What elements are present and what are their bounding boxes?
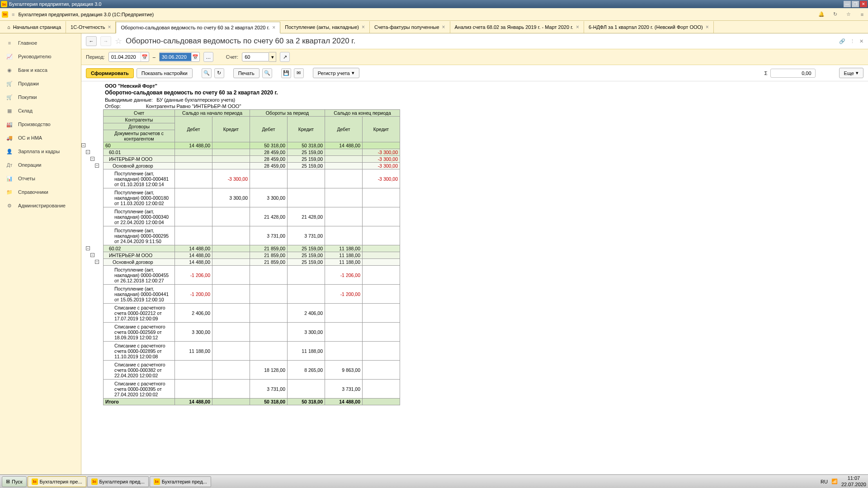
back-button[interactable]: ←	[86, 36, 97, 46]
table-row[interactable]: Поступление (акт, накладная) 0000-000340…	[104, 207, 400, 226]
table-row[interactable]: Поступление (акт, накладная) 0000-000441…	[104, 285, 400, 304]
taskbar-app[interactable]: 1cБухгалтерия пред...	[150, 476, 211, 487]
sidebar-icon: 📁	[6, 189, 13, 195]
tree-toggle[interactable]: −	[86, 246, 90, 250]
table-row[interactable]: Списание с расчетного счета 0000-002569 …	[104, 323, 400, 342]
taskbar-app[interactable]: 1cБухгалтерия пред...	[87, 476, 149, 487]
tree-toggle[interactable]: −	[86, 150, 90, 154]
table-row[interactable]: Поступление (акт, накладная) 0000-000180…	[104, 188, 400, 207]
tree-toggle[interactable]: −	[81, 143, 85, 147]
minimize-button[interactable]: —	[844, 1, 851, 7]
calendar-icon[interactable]: 📅	[191, 52, 199, 61]
sidebar-item-0[interactable]: ≡Главное	[0, 36, 81, 50]
tab-5[interactable]: Анализ счета 68.02 за Январь 2019 г. - М…	[450, 21, 584, 33]
table-row[interactable]: Списание с расчетного счета 0000-000395 …	[104, 380, 400, 399]
open-account-button[interactable]: ↗	[280, 52, 290, 62]
table-row[interactable]: Списание с расчетного счета 0000-002212 …	[104, 304, 400, 323]
table-row[interactable]: 60.0214 488,0021 859,0025 159,0011 188,0…	[104, 245, 400, 252]
account-input[interactable]: ▾	[242, 52, 276, 62]
tab-4[interactable]: Счета-фактуры полученные×	[370, 21, 450, 33]
email-icon[interactable]: ✉	[294, 68, 304, 78]
start-button[interactable]: ⊞ Пуск	[2, 476, 27, 487]
sidebar-item-2[interactable]: ◉Банк и касса	[0, 63, 81, 77]
app-logo-icon: 1c	[91, 479, 98, 485]
more-button[interactable]: Еще ▾	[839, 68, 863, 78]
maximize-button[interactable]: ❐	[852, 1, 859, 7]
tab-close-icon[interactable]: ×	[706, 24, 709, 30]
table-row[interactable]: Поступление (акт, накладная) 0000-000481…	[104, 169, 400, 188]
save-icon[interactable]: 💾	[281, 68, 291, 78]
table-row[interactable]: 6014 488,0050 318,0050 318,0014 488,00	[104, 142, 400, 149]
dropdown-icon[interactable]: ▾	[269, 52, 276, 62]
period-picker-button[interactable]: …	[203, 52, 213, 62]
report-area[interactable]: ООО "Невский Форт" Оборотно-сальдовая ве…	[81, 81, 868, 474]
close-window-button[interactable]: ✕	[860, 1, 867, 7]
search-icon[interactable]: 🔍	[202, 68, 212, 78]
table-row[interactable]: ИНТЕРЬЕР-М ООО28 459,0025 159,00-3 300,0…	[104, 156, 400, 163]
tree-toggle[interactable]: −	[95, 260, 99, 264]
table-row[interactable]: Списание с расчетного счета 0000-002895 …	[104, 342, 400, 361]
tab-2[interactable]: Оборотно-сальдовая ведомость по счету 60…	[116, 22, 280, 33]
sidebar-item-12[interactable]: ⚙Администрирование	[0, 199, 81, 212]
tab-0[interactable]: ⌂Начальная страница	[3, 21, 66, 33]
tree-toggle[interactable]: −	[90, 253, 94, 257]
history-icon[interactable]: ↻	[831, 10, 839, 19]
table-row[interactable]: Списание с расчетного счета 0000-000382 …	[104, 361, 400, 380]
menu-toggle-icon[interactable]: ≡	[12, 12, 14, 17]
tab-close-icon[interactable]: ×	[272, 24, 275, 31]
settings-icon[interactable]: ≡	[858, 10, 866, 19]
sidebar-icon: 👤	[6, 148, 13, 155]
date-to-input[interactable]: 📅	[159, 52, 200, 62]
print-preview-icon[interactable]: 🔍	[262, 68, 272, 78]
window-titlebar: 1c Бухгалтерия предприятия, редакция 3.0…	[0, 0, 868, 8]
bell-icon[interactable]: 🔔	[817, 10, 826, 19]
taskbar-app[interactable]: 1cБухгалтерия пре...	[28, 476, 86, 487]
sidebar-item-8[interactable]: 👤Зарплата и кадры	[0, 145, 81, 158]
sidebar-icon: ≡	[6, 40, 13, 46]
sidebar-item-4[interactable]: 🛒Покупки	[0, 90, 81, 104]
table-row[interactable]: Поступление (акт, накладная) 0000-000295…	[104, 226, 400, 245]
tray-icon[interactable]: 📶	[831, 479, 838, 484]
table-row[interactable]: Итого14 488,0050 318,0050 318,0014 488,0…	[104, 399, 400, 405]
date-from-input[interactable]: 📅	[108, 52, 149, 62]
tab-close-icon[interactable]: ×	[442, 24, 445, 30]
sidebar-item-1[interactable]: 📈Руководителю	[0, 50, 81, 63]
kebab-icon[interactable]: ⋮	[850, 38, 855, 44]
tree-toggle[interactable]: −	[90, 157, 94, 161]
star-icon[interactable]: ☆	[115, 36, 122, 46]
table-row[interactable]: Основной договор28 459,0025 159,00-3 300…	[104, 163, 400, 169]
favorite-icon[interactable]: ☆	[844, 10, 853, 19]
sidebar-item-10[interactable]: 📊Отчеты	[0, 172, 81, 185]
sidebar-item-5[interactable]: ▦Склад	[0, 104, 81, 117]
tree-toggle[interactable]: −	[95, 164, 99, 168]
tab-close-icon[interactable]: ×	[108, 24, 111, 30]
sidebar-item-9[interactable]: ДтОперации	[0, 158, 81, 172]
calendar-icon[interactable]: 📅	[141, 52, 149, 61]
table-row[interactable]: ИНТЕРЬЕР-М ООО14 488,0021 859,0025 159,0…	[104, 252, 400, 259]
register-button[interactable]: Регистр учета ▾	[313, 68, 359, 78]
taskbar: ⊞ Пуск 1cБухгалтерия пре...1cБухгалтерия…	[0, 474, 868, 488]
sidebar-item-6[interactable]: 🏭Производство	[0, 117, 81, 131]
language-indicator[interactable]: RU	[821, 479, 828, 484]
refresh-icon[interactable]: ↻	[214, 68, 224, 78]
sidebar-item-11[interactable]: 📁Справочники	[0, 185, 81, 199]
sidebar-icon: Дт	[6, 162, 13, 168]
table-row[interactable]: 60.0128 459,0025 159,00-3 300,00	[104, 149, 400, 156]
show-settings-button[interactable]: Показать настройки	[137, 68, 193, 78]
tab-6[interactable]: 6-НДФЛ за 1 квартал 2020 г. (Невский Фор…	[584, 21, 714, 33]
form-button[interactable]: Сформировать	[86, 68, 134, 78]
sidebar-item-3[interactable]: 🛒Продажи	[0, 77, 81, 90]
close-page-icon[interactable]: ✕	[859, 38, 863, 44]
tab-close-icon[interactable]: ×	[362, 24, 365, 30]
sidebar-item-7[interactable]: 🚚ОС и НМА	[0, 131, 81, 145]
forward-button[interactable]: →	[100, 36, 111, 46]
tab-1[interactable]: 1С-Отчетность×	[66, 21, 116, 33]
link-icon[interactable]: 🔗	[839, 38, 845, 44]
account-label: Счет:	[226, 54, 238, 60]
table-row[interactable]: Поступление (акт, накладная) 0000-000455…	[104, 266, 400, 285]
tab-3[interactable]: Поступление (акты, накладные)×	[280, 21, 370, 33]
table-row[interactable]: Основной договор14 488,0021 859,0025 159…	[104, 259, 400, 266]
clock[interactable]: 11:07 22.07.2020	[841, 475, 866, 487]
print-button[interactable]: Печать	[233, 68, 259, 78]
tab-close-icon[interactable]: ×	[576, 24, 579, 30]
